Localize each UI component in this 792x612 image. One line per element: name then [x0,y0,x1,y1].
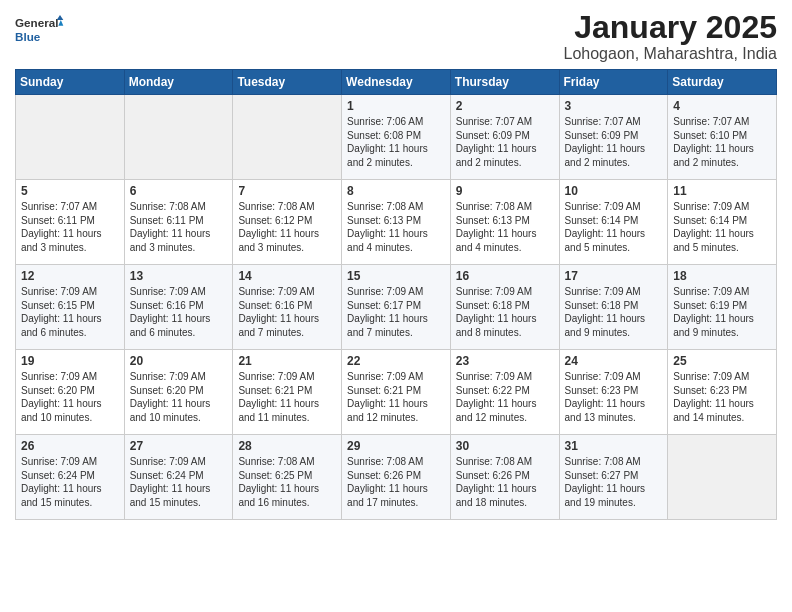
day-number: 22 [347,354,445,368]
table-cell: 13Sunrise: 7:09 AMSunset: 6:16 PMDayligh… [124,265,233,350]
table-cell: 17Sunrise: 7:09 AMSunset: 6:18 PMDayligh… [559,265,668,350]
table-cell: 16Sunrise: 7:09 AMSunset: 6:18 PMDayligh… [450,265,559,350]
day-number: 8 [347,184,445,198]
table-cell: 30Sunrise: 7:08 AMSunset: 6:26 PMDayligh… [450,435,559,520]
logo-svg: General Blue [15,10,65,50]
day-number: 7 [238,184,336,198]
day-number: 12 [21,269,119,283]
table-cell: 5Sunrise: 7:07 AMSunset: 6:11 PMDaylight… [16,180,125,265]
table-cell: 14Sunrise: 7:09 AMSunset: 6:16 PMDayligh… [233,265,342,350]
day-number: 21 [238,354,336,368]
table-cell: 8Sunrise: 7:08 AMSunset: 6:13 PMDaylight… [342,180,451,265]
table-cell: 25Sunrise: 7:09 AMSunset: 6:23 PMDayligh… [668,350,777,435]
day-number: 9 [456,184,554,198]
col-sunday: Sunday [16,70,125,95]
table-cell [233,95,342,180]
table-cell: 27Sunrise: 7:09 AMSunset: 6:24 PMDayligh… [124,435,233,520]
day-info: Sunrise: 7:06 AMSunset: 6:08 PMDaylight:… [347,115,445,169]
col-thursday: Thursday [450,70,559,95]
svg-text:Blue: Blue [15,30,41,43]
day-info: Sunrise: 7:08 AMSunset: 6:27 PMDaylight:… [565,455,663,509]
table-cell: 9Sunrise: 7:08 AMSunset: 6:13 PMDaylight… [450,180,559,265]
day-info: Sunrise: 7:07 AMSunset: 6:09 PMDaylight:… [456,115,554,169]
col-friday: Friday [559,70,668,95]
day-info: Sunrise: 7:09 AMSunset: 6:20 PMDaylight:… [21,370,119,424]
table-cell: 7Sunrise: 7:08 AMSunset: 6:12 PMDaylight… [233,180,342,265]
day-info: Sunrise: 7:08 AMSunset: 6:26 PMDaylight:… [347,455,445,509]
col-wednesday: Wednesday [342,70,451,95]
day-info: Sunrise: 7:07 AMSunset: 6:09 PMDaylight:… [565,115,663,169]
day-number: 1 [347,99,445,113]
table-cell: 31Sunrise: 7:08 AMSunset: 6:27 PMDayligh… [559,435,668,520]
table-cell [16,95,125,180]
day-info: Sunrise: 7:09 AMSunset: 6:14 PMDaylight:… [565,200,663,254]
day-info: Sunrise: 7:09 AMSunset: 6:17 PMDaylight:… [347,285,445,339]
day-number: 14 [238,269,336,283]
table-cell: 15Sunrise: 7:09 AMSunset: 6:17 PMDayligh… [342,265,451,350]
table-cell: 1Sunrise: 7:06 AMSunset: 6:08 PMDaylight… [342,95,451,180]
day-info: Sunrise: 7:09 AMSunset: 6:23 PMDaylight:… [673,370,771,424]
col-monday: Monday [124,70,233,95]
day-number: 19 [21,354,119,368]
day-number: 23 [456,354,554,368]
day-info: Sunrise: 7:09 AMSunset: 6:21 PMDaylight:… [238,370,336,424]
day-number: 2 [456,99,554,113]
day-info: Sunrise: 7:09 AMSunset: 6:22 PMDaylight:… [456,370,554,424]
svg-marker-3 [58,20,63,26]
header: General Blue January 2025 Lohogaon, Maha… [15,10,777,63]
table-cell: 20Sunrise: 7:09 AMSunset: 6:20 PMDayligh… [124,350,233,435]
table-cell: 3Sunrise: 7:07 AMSunset: 6:09 PMDaylight… [559,95,668,180]
day-number: 13 [130,269,228,283]
day-info: Sunrise: 7:07 AMSunset: 6:10 PMDaylight:… [673,115,771,169]
day-info: Sunrise: 7:09 AMSunset: 6:23 PMDaylight:… [565,370,663,424]
table-cell: 4Sunrise: 7:07 AMSunset: 6:10 PMDaylight… [668,95,777,180]
day-info: Sunrise: 7:08 AMSunset: 6:13 PMDaylight:… [347,200,445,254]
day-number: 3 [565,99,663,113]
day-number: 10 [565,184,663,198]
table-cell: 12Sunrise: 7:09 AMSunset: 6:15 PMDayligh… [16,265,125,350]
calendar-week-row: 19Sunrise: 7:09 AMSunset: 6:20 PMDayligh… [16,350,777,435]
day-info: Sunrise: 7:08 AMSunset: 6:25 PMDaylight:… [238,455,336,509]
day-info: Sunrise: 7:08 AMSunset: 6:13 PMDaylight:… [456,200,554,254]
day-number: 15 [347,269,445,283]
logo: General Blue [15,10,65,50]
table-cell: 11Sunrise: 7:09 AMSunset: 6:14 PMDayligh… [668,180,777,265]
day-info: Sunrise: 7:09 AMSunset: 6:19 PMDaylight:… [673,285,771,339]
table-cell: 26Sunrise: 7:09 AMSunset: 6:24 PMDayligh… [16,435,125,520]
calendar-week-row: 5Sunrise: 7:07 AMSunset: 6:11 PMDaylight… [16,180,777,265]
day-info: Sunrise: 7:09 AMSunset: 6:15 PMDaylight:… [21,285,119,339]
day-number: 31 [565,439,663,453]
day-number: 27 [130,439,228,453]
calendar-table: Sunday Monday Tuesday Wednesday Thursday… [15,69,777,520]
day-info: Sunrise: 7:09 AMSunset: 6:16 PMDaylight:… [130,285,228,339]
day-number: 16 [456,269,554,283]
day-number: 30 [456,439,554,453]
day-number: 20 [130,354,228,368]
day-number: 4 [673,99,771,113]
table-cell [124,95,233,180]
table-cell: 23Sunrise: 7:09 AMSunset: 6:22 PMDayligh… [450,350,559,435]
col-tuesday: Tuesday [233,70,342,95]
table-cell: 18Sunrise: 7:09 AMSunset: 6:19 PMDayligh… [668,265,777,350]
day-info: Sunrise: 7:09 AMSunset: 6:14 PMDaylight:… [673,200,771,254]
table-cell: 28Sunrise: 7:08 AMSunset: 6:25 PMDayligh… [233,435,342,520]
title-block: January 2025 Lohogaon, Maharashtra, Indi… [564,10,777,63]
day-number: 26 [21,439,119,453]
table-cell: 2Sunrise: 7:07 AMSunset: 6:09 PMDaylight… [450,95,559,180]
col-saturday: Saturday [668,70,777,95]
day-info: Sunrise: 7:08 AMSunset: 6:11 PMDaylight:… [130,200,228,254]
day-info: Sunrise: 7:08 AMSunset: 6:26 PMDaylight:… [456,455,554,509]
day-info: Sunrise: 7:09 AMSunset: 6:16 PMDaylight:… [238,285,336,339]
calendar-page: General Blue January 2025 Lohogaon, Maha… [0,0,792,612]
day-number: 24 [565,354,663,368]
day-info: Sunrise: 7:09 AMSunset: 6:24 PMDaylight:… [130,455,228,509]
day-info: Sunrise: 7:07 AMSunset: 6:11 PMDaylight:… [21,200,119,254]
day-number: 11 [673,184,771,198]
svg-text:General: General [15,17,58,30]
table-cell: 21Sunrise: 7:09 AMSunset: 6:21 PMDayligh… [233,350,342,435]
day-number: 25 [673,354,771,368]
day-info: Sunrise: 7:09 AMSunset: 6:24 PMDaylight:… [21,455,119,509]
calendar-week-row: 12Sunrise: 7:09 AMSunset: 6:15 PMDayligh… [16,265,777,350]
calendar-subtitle: Lohogaon, Maharashtra, India [564,45,777,63]
day-number: 29 [347,439,445,453]
